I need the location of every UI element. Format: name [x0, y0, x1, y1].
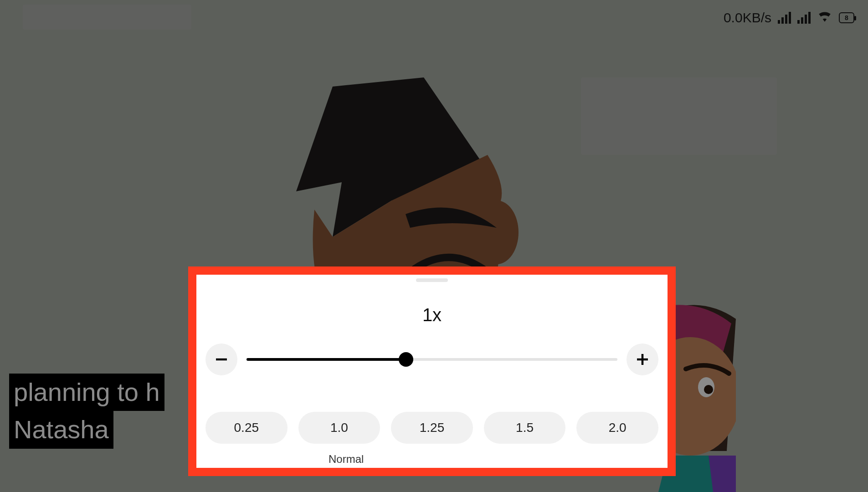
drag-handle[interactable] — [416, 278, 448, 282]
speed-preset-2-0[interactable]: 2.0 — [576, 412, 658, 444]
speed-slider[interactable] — [247, 358, 617, 361]
decrease-speed-button[interactable] — [205, 343, 237, 375]
plus-icon — [634, 351, 651, 368]
current-speed-label: 1x — [422, 305, 442, 325]
speed-preset-1-25[interactable]: 1.25 — [391, 412, 473, 444]
playback-speed-panel: 1x 0.25 1.0 1.25 1.5 2.0 Normal — [188, 266, 676, 476]
speed-slider-row — [196, 343, 668, 375]
normal-speed-label: Normal — [196, 453, 668, 466]
slider-fill — [247, 358, 406, 361]
speed-presets: 0.25 1.0 1.25 1.5 2.0 — [196, 412, 668, 444]
minus-icon — [213, 351, 230, 368]
speed-preset-1-5[interactable]: 1.5 — [484, 412, 566, 444]
speed-preset-1-0[interactable]: 1.0 — [298, 412, 380, 444]
increase-speed-button[interactable] — [627, 343, 658, 375]
slider-thumb[interactable] — [399, 352, 413, 367]
speed-preset-0-25[interactable]: 0.25 — [205, 412, 288, 444]
